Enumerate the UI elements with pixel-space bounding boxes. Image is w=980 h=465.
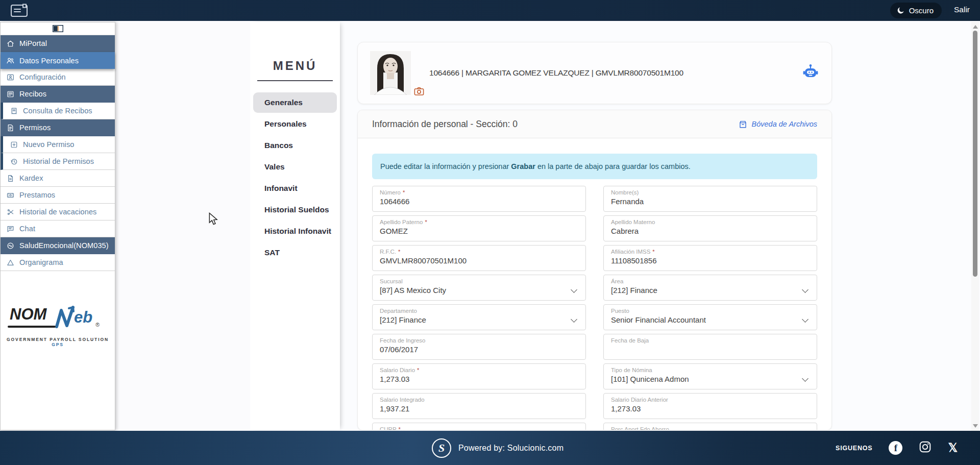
sidebar-item[interactable]: Permisos <box>1 119 115 136</box>
field-label: Salario Integrado <box>380 397 425 403</box>
field-label: Número <box>380 189 401 195</box>
sidebar-item[interactable]: Datos Personales <box>1 52 115 69</box>
page-scrollbar[interactable] <box>971 22 979 431</box>
form-field[interactable]: Salario Diario Anterior* 1,273.03 <box>603 393 817 419</box>
receipt-search-icon <box>10 107 18 115</box>
triangle-icon <box>6 258 15 267</box>
form-field[interactable]: Sucursal* [87] AS Mexico City <box>372 275 586 301</box>
required-asterisk: * <box>399 426 401 430</box>
x-twitter-icon[interactable]: 𝕏 <box>948 441 958 455</box>
field-label: Afiliación IMSS <box>611 249 650 255</box>
sidebar-item[interactable]: Historial de Permisos <box>1 153 115 170</box>
form-field[interactable]: Salario Diario* 1,273.03 <box>372 363 586 389</box>
scroll-down-arrow[interactable] <box>973 424 978 428</box>
sidebar-collapse-button[interactable] <box>1 22 115 35</box>
form-field[interactable]: Tipo de Nómina* [101] Qunicena Admon <box>603 363 817 389</box>
card-title: Información de personal - Sección: 0 <box>372 119 518 130</box>
nomweb-logo: NOM eb ® GOVERNMENT PAYROLL SOLUTION GPS <box>1 302 115 347</box>
field-label: Apellido Materno <box>611 219 655 225</box>
powered-by-text: Powered by: Solucionic.com <box>458 444 564 453</box>
camera-icon <box>413 86 425 97</box>
form-field[interactable]: Fecha de Baja* <box>603 334 817 360</box>
facebook-icon[interactable]: f <box>889 441 902 455</box>
field-value: GMVLMR80070501M100 <box>380 256 578 265</box>
window-menu-icon[interactable] <box>10 4 29 17</box>
sidebar-item[interactable]: MiPortal <box>1 35 115 52</box>
panel-toggle-icon <box>53 25 63 32</box>
form-field[interactable]: Puesto* Senior Financial Accountant <box>603 304 817 330</box>
sidebar-item[interactable]: SaludEmocional(NOM035) <box>1 237 115 254</box>
sidebar-item[interactable]: Configuración <box>1 69 115 86</box>
sidebar-item[interactable]: Nuevo Permiso <box>1 136 115 153</box>
menu-item[interactable]: Vales <box>253 157 337 177</box>
form-field[interactable]: Porc Aport Fdo Ahorro* <box>603 423 817 430</box>
form-field[interactable]: Departamento* [212] Finance <box>372 304 586 330</box>
sidebar-item[interactable]: Consulta de Recibos <box>1 103 115 119</box>
sidebar-item[interactable]: Prestamos <box>1 187 115 204</box>
form-field[interactable]: Número* 1064666 <box>372 186 586 212</box>
dark-mode-toggle[interactable]: Oscuro <box>890 3 942 18</box>
menu-item-label: Vales <box>264 162 285 172</box>
wellness-icon <box>6 241 15 250</box>
menu-item[interactable]: Historial Infonavit <box>253 221 337 241</box>
required-asterisk: * <box>417 367 419 373</box>
nomweb-logo-image: NOM eb ® <box>8 302 108 334</box>
menu-item[interactable]: Historial Sueldos <box>253 200 337 220</box>
topbar: Oscuro Salir <box>0 0 980 21</box>
sidebar-item-label: Prestamos <box>19 191 55 199</box>
grabar-keyword: Grabar <box>511 162 535 170</box>
history-icon <box>10 157 18 166</box>
sidebar: MiPortal Datos Personales Configuración … <box>0 22 115 430</box>
sidebar-item-label: Organigrama <box>19 258 63 266</box>
menu-item[interactable]: SAT <box>253 242 337 263</box>
field-value: 1,273.03 <box>380 375 578 384</box>
assistant-robot-button[interactable] <box>803 64 818 82</box>
form-field[interactable]: Área* [212] Finance <box>603 275 817 301</box>
field-label: Salario Diario Anterior <box>611 397 668 403</box>
form-field[interactable]: Apellido Materno* Cabrera <box>603 215 817 241</box>
form-field[interactable]: Afiliación IMSS* 11108501856 <box>603 245 817 271</box>
menu-item[interactable]: Generales <box>253 92 337 113</box>
form-field[interactable]: Nombre(s)* Fernanda <box>603 186 817 212</box>
field-label: Porc Aport Fdo Ahorro <box>611 426 669 430</box>
menu-item-label: Infonavit <box>264 184 298 193</box>
footer: S Powered by: Solucionic.com SIGUENOS f … <box>0 431 980 465</box>
scrollbar-thumb[interactable] <box>973 31 977 277</box>
sidebar-item[interactable]: Recibos <box>1 86 115 103</box>
sidebar-item[interactable]: Kardex <box>1 170 115 187</box>
sidebar-item[interactable]: Chat <box>1 221 115 237</box>
svg-text:®: ® <box>95 322 100 328</box>
svg-text:eb: eb <box>74 308 92 326</box>
field-value: [212] Finance <box>380 315 578 325</box>
menu-item[interactable]: Bancos <box>253 135 337 156</box>
form-field[interactable]: R.F.C.* GMVLMR80070501M100 <box>372 245 586 271</box>
menu-item-label: Generales <box>264 98 303 107</box>
field-label: Departamento <box>380 308 417 314</box>
menu-item-label: Bancos <box>264 141 293 150</box>
sidebar-item[interactable]: Historial de vacaciones <box>1 204 115 221</box>
field-label: Nombre(s) <box>611 189 639 195</box>
menu-item[interactable]: Personales <box>253 114 337 134</box>
employee-photo <box>370 51 411 95</box>
field-value: 11108501856 <box>611 256 810 265</box>
required-asterisk: * <box>403 189 405 195</box>
chat-icon <box>6 225 15 233</box>
employee-form: Número* 1064666 Nombre(s)* Fernanda Apel <box>358 186 831 430</box>
logout-button[interactable]: Salir <box>954 5 970 14</box>
scroll-up-arrow[interactable] <box>973 25 978 29</box>
sidebar-item[interactable]: Organigrama <box>1 254 115 271</box>
wallet-icon <box>6 191 15 200</box>
sidebar-item-label: Permisos <box>19 124 51 132</box>
change-photo-button[interactable] <box>413 86 425 97</box>
menu-item[interactable]: Infonavit <box>253 178 337 199</box>
field-label: Puesto <box>611 308 629 314</box>
form-field[interactable]: CURP* <box>372 423 586 430</box>
employee-header-card: 1064666 | MARGARITA GOMEZ VELAZQUEZ | GM… <box>357 42 832 104</box>
instagram-icon[interactable] <box>919 440 932 455</box>
form-field[interactable]: Fecha de Ingreso* 07/06/2017 <box>372 334 586 360</box>
scissors-icon <box>6 208 15 216</box>
form-field[interactable]: Apellido Paterno* GOMEZ <box>372 215 586 241</box>
form-field[interactable]: Salario Integrado* 1,937.21 <box>372 393 586 419</box>
field-value: Senior Financial Accountant <box>611 315 810 325</box>
vault-link[interactable]: Bóveda de Archivos <box>738 119 817 129</box>
